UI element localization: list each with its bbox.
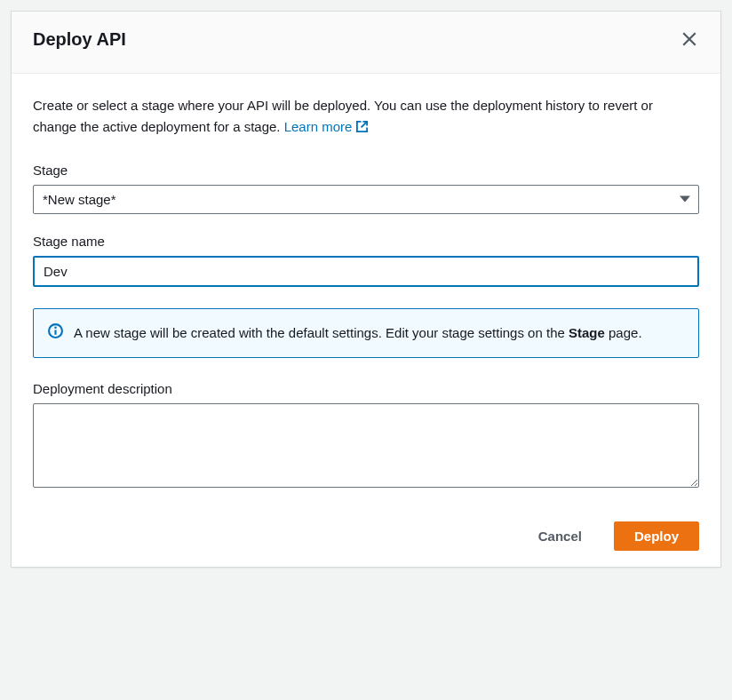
stage-label: Stage: [33, 163, 699, 178]
info-box: A new stage will be created with the def…: [33, 308, 699, 358]
info-text: A new stage will be created with the def…: [74, 322, 642, 345]
modal-description: Create or select a stage where your API …: [33, 95, 699, 139]
close-button[interactable]: [680, 29, 699, 52]
stage-select[interactable]: [33, 185, 699, 214]
deployment-description-input[interactable]: [33, 403, 699, 488]
info-text-part2: page.: [605, 325, 642, 340]
stage-name-label: Stage name: [33, 234, 699, 249]
info-text-bold: Stage: [569, 325, 605, 340]
learn-more-link[interactable]: Learn more: [284, 119, 370, 134]
stage-select-wrapper: [33, 185, 699, 214]
deployment-description-form-group: Deployment description: [33, 381, 699, 491]
deployment-description-label: Deployment description: [33, 381, 699, 396]
stage-form-group: Stage: [33, 163, 699, 214]
modal-body: Create or select a stage where your API …: [12, 74, 720, 509]
info-text-part1: A new stage will be created with the def…: [74, 325, 569, 340]
modal-title: Deploy API: [33, 29, 126, 50]
cancel-button[interactable]: Cancel: [519, 521, 601, 551]
info-icon: [48, 322, 63, 345]
stage-name-input[interactable]: [33, 256, 699, 287]
external-link-icon: [355, 118, 369, 139]
deploy-api-modal: Deploy API Create or select a stage wher…: [11, 11, 721, 568]
svg-point-4: [54, 327, 57, 330]
stage-name-form-group: Stage name: [33, 234, 699, 287]
modal-header: Deploy API: [12, 12, 720, 74]
deploy-button[interactable]: Deploy: [614, 521, 699, 551]
modal-footer: Cancel Deploy: [12, 509, 720, 567]
close-icon: [681, 31, 697, 50]
svg-rect-5: [54, 330, 56, 334]
learn-more-text: Learn more: [284, 119, 353, 134]
